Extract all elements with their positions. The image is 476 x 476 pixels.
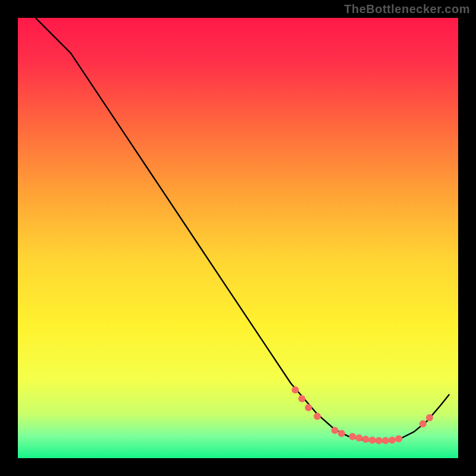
watermark-text: TheBottlenecker.com [344, 2, 470, 16]
data-marker [375, 437, 383, 444]
data-marker [349, 433, 356, 440]
data-marker [305, 404, 312, 411]
plot-area [18, 18, 458, 458]
chart-svg [18, 18, 458, 458]
chart-container: TheBottlenecker.com [0, 0, 476, 476]
data-marker [292, 386, 299, 393]
data-marker [338, 430, 345, 437]
data-marker [314, 413, 321, 420]
data-marker [362, 436, 369, 443]
data-marker [426, 414, 433, 421]
data-marker [389, 437, 396, 444]
data-marker [331, 427, 339, 434]
data-marker [395, 435, 402, 442]
data-marker [419, 420, 427, 427]
data-marker [298, 395, 305, 402]
data-marker [382, 437, 389, 444]
data-marker [356, 434, 363, 441]
gradient-background [18, 18, 458, 458]
data-marker [369, 437, 376, 444]
